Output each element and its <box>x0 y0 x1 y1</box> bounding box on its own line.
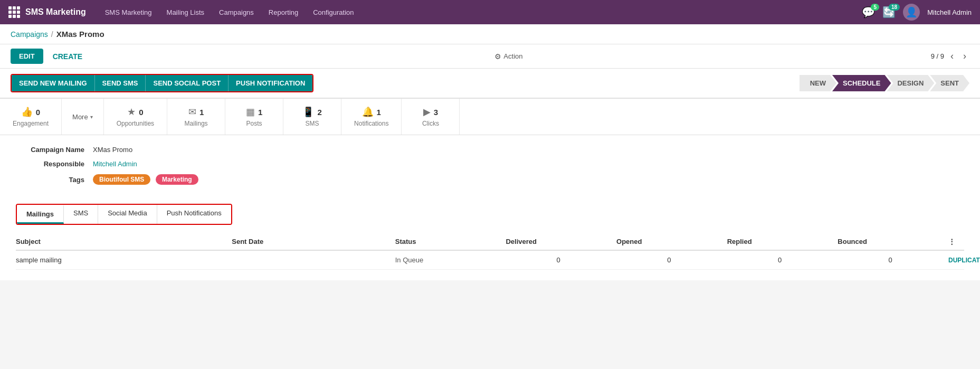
pagination-text: 9 / 9 <box>931 52 944 60</box>
breadcrumb: Campaigns / XMas Promo <box>0 24 980 44</box>
row-status: In Queue <box>395 256 501 264</box>
activities-icon-badge[interactable]: 🔄 18 <box>882 7 896 17</box>
sms-num: 2 <box>317 108 321 117</box>
tab-social-media[interactable]: Social Media <box>98 205 157 224</box>
mailings-table: Subject Sent Date Status Delivered Opene… <box>16 233 964 270</box>
messages-icon-badge[interactable]: 💬 5 <box>862 7 875 17</box>
stat-notifications[interactable]: 🔔 1 Notifications <box>341 99 402 135</box>
clicks-num: 3 <box>434 108 438 117</box>
posts-icon: ▦ <box>246 106 255 118</box>
user-avatar[interactable]: 👤 <box>903 4 920 21</box>
breadcrumb-separator: / <box>51 30 53 39</box>
tab-sms[interactable]: SMS <box>64 205 98 224</box>
topnav-right: 💬 5 🔄 18 👤 Mitchell Admin <box>862 4 972 21</box>
action-link[interactable]: ⚙ Action <box>494 52 522 61</box>
col-delivered: Delivered <box>506 238 611 245</box>
campaign-name-value: XMas Promo <box>93 146 132 154</box>
smart-button-bar: SEND NEW MAILING SEND SMS SEND SOCIAL PO… <box>0 69 980 99</box>
app-logo[interactable]: SMS Marketing <box>8 6 86 18</box>
stat-engagement[interactable]: 👍 0 Engagement <box>0 99 62 135</box>
engagement-icon: 👍 <box>21 106 33 118</box>
duplicate-button[interactable]: DUPLICATE <box>948 257 964 264</box>
col-replied: Replied <box>727 238 833 245</box>
clicks-icon: ▶ <box>423 106 431 118</box>
stage-design[interactable]: DESIGN <box>887 75 934 91</box>
table-row: sample mailing In Queue 0 0 0 0 DUPLICAT… <box>16 251 964 270</box>
nav-mailing-lists[interactable]: Mailing Lists <box>160 5 211 20</box>
edit-button[interactable]: EDIT <box>11 49 43 64</box>
send-new-mailing-button[interactable]: SEND NEW MAILING <box>12 75 95 91</box>
row-replied: 0 <box>727 256 833 264</box>
col-sent-date: Sent Date <box>232 238 389 245</box>
pagination: 9 / 9 ‹ › <box>931 50 969 63</box>
prev-button[interactable]: ‹ <box>947 50 957 63</box>
create-button[interactable]: CREATE <box>49 50 87 63</box>
nav-sms-marketing[interactable]: SMS Marketing <box>99 5 158 20</box>
notifications-icon: 🔔 <box>362 106 374 118</box>
row-bounced: 0 <box>838 256 943 264</box>
send-sms-button[interactable]: SEND SMS <box>95 75 146 91</box>
stats-row: 👍 0 Engagement More ▾ ★ 0 Opportunities … <box>0 99 980 135</box>
grid-icon <box>8 6 20 18</box>
tags-label: Tags <box>16 176 84 184</box>
tags-container: Bioutifoul SMS Marketing <box>93 174 202 185</box>
mailings-icon: ✉ <box>188 106 196 118</box>
activities-badge: 18 <box>889 4 900 11</box>
stage-new[interactable]: NEW <box>800 75 836 91</box>
nav-configuration[interactable]: Configuration <box>307 5 360 20</box>
campaign-name-label: Campaign Name <box>16 146 84 154</box>
stat-clicks[interactable]: ▶ 3 Clicks <box>402 99 460 135</box>
breadcrumb-parent[interactable]: Campaigns <box>11 30 48 39</box>
col-subject: Subject <box>16 238 226 245</box>
smart-button-group: SEND NEW MAILING SEND SMS SEND SOCIAL PO… <box>11 74 313 92</box>
responsible-row: Responsible Mitchell Admin <box>16 160 964 168</box>
top-navigation: SMS Marketing SMS Marketing Mailing List… <box>0 0 980 24</box>
opportunities-label: Opportunities <box>117 120 154 127</box>
sms-icon: 📱 <box>302 106 314 118</box>
stage-sent[interactable]: SENT <box>930 75 969 91</box>
nav-reporting[interactable]: Reporting <box>262 5 305 20</box>
more-label: More <box>72 113 88 121</box>
opportunities-num: 0 <box>139 108 143 117</box>
action-bar: EDIT CREATE ⚙ Action 9 / 9 ‹ › <box>0 44 980 69</box>
clicks-label: Clicks <box>422 120 439 127</box>
opportunities-icon: ★ <box>127 106 136 118</box>
engagement-label: Engagement <box>13 120 49 127</box>
user-name[interactable]: Mitchell Admin <box>927 8 972 16</box>
row-subject[interactable]: sample mailing <box>16 256 226 264</box>
posts-label: Posts <box>246 120 262 127</box>
engagement-num: 0 <box>36 108 40 117</box>
stage-schedule[interactable]: SCHEDULE <box>832 75 891 91</box>
gear-icon: ⚙ <box>494 52 501 61</box>
mailings-num: 1 <box>199 108 204 117</box>
nav-campaigns[interactable]: Campaigns <box>213 5 260 20</box>
send-social-post-button[interactable]: SEND SOCIAL POST <box>146 75 229 91</box>
stat-more[interactable]: More ▾ <box>62 99 104 135</box>
tab-push-notifications[interactable]: Push Notifications <box>157 205 231 224</box>
col-actions-header: ⋮ <box>948 238 964 245</box>
stat-mailings[interactable]: ✉ 1 Mailings <box>167 99 225 135</box>
col-bounced: Bounced <box>838 238 943 245</box>
stage-bar: NEW SCHEDULE DESIGN SENT <box>800 75 969 91</box>
row-opened: 0 <box>616 256 722 264</box>
tag-marketing[interactable]: Marketing <box>156 174 198 185</box>
tag-bioutifoul[interactable]: Bioutifoul SMS <box>93 174 150 185</box>
stat-sms[interactable]: 📱 2 SMS <box>283 99 341 135</box>
col-status: Status <box>395 238 501 245</box>
col-opened: Opened <box>616 238 722 245</box>
tabs-container: Mailings SMS Social Media Push Notificat… <box>16 204 232 225</box>
main-content: Campaign Name XMas Promo Responsible Mit… <box>0 135 980 280</box>
stat-posts[interactable]: ▦ 1 Posts <box>225 99 283 135</box>
nav-menu: SMS Marketing Mailing Lists Campaigns Re… <box>99 5 862 20</box>
responsible-value[interactable]: Mitchell Admin <box>93 160 137 168</box>
mailings-label: Mailings <box>185 120 208 127</box>
sms-label: SMS <box>306 120 319 127</box>
tab-mailings[interactable]: Mailings <box>17 205 64 224</box>
notifications-label: Notifications <box>354 120 388 127</box>
next-button[interactable]: › <box>960 50 969 63</box>
push-notification-button[interactable]: PUSH NOTIFICATION <box>229 75 312 91</box>
messages-badge: 5 <box>871 4 879 11</box>
stat-opportunities[interactable]: ★ 0 Opportunities <box>104 99 167 135</box>
form-fields: Campaign Name XMas Promo Responsible Mit… <box>16 146 964 185</box>
app-name: SMS Marketing <box>25 7 86 17</box>
